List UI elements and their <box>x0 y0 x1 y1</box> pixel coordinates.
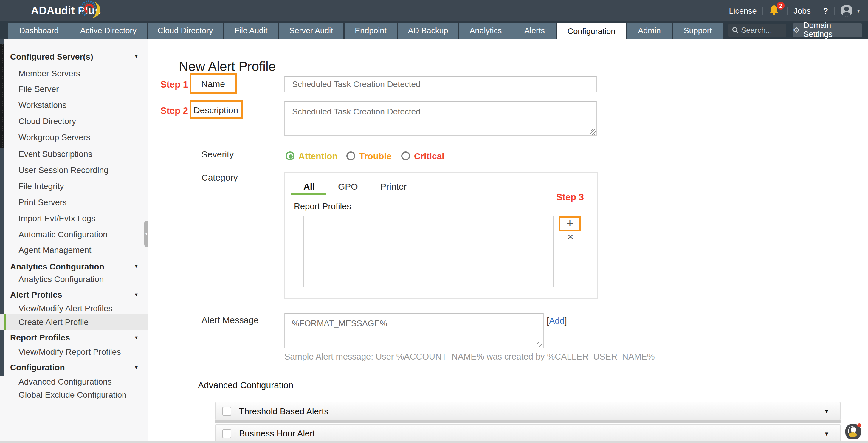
bracket: ] <box>564 316 567 325</box>
sidebar-item-cloud-directory[interactable]: Cloud Directory <box>0 113 148 129</box>
divider <box>763 6 764 15</box>
sidebar-item-label: Event Subscriptions <box>0 149 92 158</box>
description-textarea[interactable]: Scheduled Task Creation Detected <box>284 101 597 136</box>
license-link[interactable]: License <box>729 6 757 15</box>
live-chat-button[interactable] <box>845 423 861 439</box>
checkbox[interactable] <box>222 429 231 438</box>
sidebar-item-user-session-recording[interactable]: User Session Recording <box>0 162 148 178</box>
sidebar-item-view-modify-report-profiles[interactable]: View/Modify Report Profiles <box>0 344 148 360</box>
chevron-down-icon: ▼ <box>134 263 138 269</box>
sidebar-item-label: Cloud Directory <box>0 116 76 126</box>
sidebar-item-label: File Integrity <box>0 181 64 190</box>
sidebar-item-create-alert-profile[interactable]: Create Alert Profile <box>0 314 148 330</box>
sidebar-item-label: Import Evt/Evtx Logs <box>0 213 95 223</box>
severity-option-label[interactable]: Attention <box>299 151 338 161</box>
sidebar-item-label: Global Exclude Configuration <box>0 390 127 400</box>
chat-person-body <box>849 432 857 437</box>
sidebar-item-automatic-configuration[interactable]: Automatic Configuration <box>0 226 148 242</box>
sidebar-item-member-servers[interactable]: Member Servers <box>0 65 148 81</box>
sidebar-item-label: Print Servers <box>0 197 67 207</box>
nav-tab-admin[interactable]: Admin <box>626 23 672 38</box>
expand-chevron-icon[interactable]: ▼ <box>824 408 830 414</box>
checkbox[interactable] <box>222 407 231 416</box>
sidebar-item-configured-server-s-[interactable]: Configured Server(s)▼ <box>0 48 148 64</box>
name-input[interactable] <box>284 76 597 92</box>
title-divider <box>160 64 864 64</box>
category-tab-printer[interactable]: Printer <box>380 181 407 191</box>
alert-message-textarea[interactable]: %FORMAT_MESSAGE% <box>284 313 544 348</box>
app-logo[interactable]: ADAudit Plus <box>31 0 101 22</box>
sidebar-item-workgroup-servers[interactable]: Workgroup Servers <box>0 129 148 145</box>
jobs-link[interactable]: Jobs <box>794 6 811 15</box>
sidebar-item-agent-management[interactable]: Agent Management <box>0 242 148 258</box>
nav-tab-file-audit[interactable]: File Audit <box>224 23 278 38</box>
search-box[interactable]: Search... <box>728 24 786 37</box>
sidebar-item-label: File Server <box>0 84 59 94</box>
sidebar-item-label: Configured Server(s) <box>0 52 93 61</box>
advanced-configuration-heading: Advanced Configuration <box>198 380 293 390</box>
nav-tab-alerts[interactable]: Alerts <box>513 23 556 38</box>
category-tab-gpo[interactable]: GPO <box>338 181 358 191</box>
remove-report-profile-button[interactable]: ✕ <box>563 232 578 241</box>
step1-annotation: Step 1 <box>160 79 188 90</box>
expand-chevron-icon[interactable]: ▼ <box>824 430 830 437</box>
sidebar-item-workstations[interactable]: Workstations <box>0 97 148 113</box>
add-report-profile-button[interactable]: + <box>559 216 581 231</box>
report-profiles-listbox[interactable] <box>303 216 554 287</box>
gear-icon: ⚙ <box>793 26 800 34</box>
nav-tab-cloud-directory[interactable]: Cloud Directory <box>148 23 223 38</box>
sidebar-item-label: Agent Management <box>0 245 91 255</box>
radio-icon[interactable] <box>401 151 410 160</box>
sidebar-item-label: Workgroup Servers <box>0 132 90 142</box>
severity-radio-trouble[interactable]: Trouble <box>346 151 392 161</box>
horizontal-scrollbar[interactable] <box>0 440 868 443</box>
severity-radio-attention[interactable]: Attention <box>285 151 338 161</box>
nav-tab-support[interactable]: Support <box>673 23 723 38</box>
nav-tab-ad-backup[interactable]: AD Backup <box>398 23 458 38</box>
sidebar-item-print-servers[interactable]: Print Servers <box>0 194 148 210</box>
resize-handle-icon[interactable] <box>590 129 595 134</box>
sidebar-item-import-evt-evtx-logs[interactable]: Import Evt/Evtx Logs <box>0 210 148 226</box>
description-label: Description <box>193 105 238 115</box>
chevron-down-icon: ▼ <box>134 335 138 340</box>
add-message-link[interactable]: [Add] <box>547 316 567 325</box>
domain-settings-button[interactable]: ⚙ Domain Settings <box>793 23 862 37</box>
active-tab-underline <box>291 193 326 195</box>
chat-notification-dot <box>857 423 861 427</box>
sidebar-item-file-server[interactable]: File Server <box>0 81 148 97</box>
sidebar-item-analytics-configuration[interactable]: Analytics Configuration <box>0 271 148 287</box>
nav-tab-dashboard[interactable]: Dashboard <box>8 23 69 38</box>
sidebar-item-configuration[interactable]: Configuration▼ <box>0 359 148 375</box>
sidebar-collapse-handle[interactable]: ◄ <box>144 221 148 247</box>
nav-tab-active-directory[interactable]: Active Directory <box>70 23 146 38</box>
sidebar-item-file-integrity[interactable]: File Integrity <box>0 178 148 194</box>
severity-radio-critical[interactable]: Critical <box>401 151 444 161</box>
bracket: [ <box>547 316 549 325</box>
sample-alert-message: Sample Alert message: User %ACCOUNT_NAME… <box>284 352 655 361</box>
chevron-down-icon: ▼ <box>134 365 138 370</box>
nav-tab-analytics[interactable]: Analytics <box>459 23 513 38</box>
advanced-row-threshold-based-alerts[interactable]: Threshold Based Alerts▼ <box>215 402 840 420</box>
divider <box>817 6 817 15</box>
nav-tab-server-audit[interactable]: Server Audit <box>279 23 343 38</box>
sidebar-item-label: Report Profiles <box>0 333 70 342</box>
notifications-bell-icon[interactable]: 2 <box>769 5 781 17</box>
resize-handle-icon[interactable] <box>537 341 542 347</box>
user-menu-caret-icon[interactable]: ▼ <box>856 8 861 13</box>
severity-option-label[interactable]: Trouble <box>359 151 392 161</box>
category-tab-all[interactable]: All <box>304 181 315 191</box>
category-panel: AllGPOPrinter Report Profiles Step 3 + ✕ <box>284 172 598 299</box>
nav-tab-endpoint[interactable]: Endpoint <box>344 23 397 38</box>
sidebar-item-report-profiles[interactable]: Report Profiles▼ <box>0 329 148 346</box>
sidebar-item-event-subscriptions[interactable]: Event Subscriptions <box>0 146 148 162</box>
chevron-down-icon: ▼ <box>134 54 138 59</box>
radio-icon[interactable] <box>285 151 294 160</box>
nav-tab-configuration[interactable]: Configuration <box>557 23 626 40</box>
radio-icon[interactable] <box>346 151 355 160</box>
name-label-highlight: Name <box>189 73 237 94</box>
sidebar-item-global-exclude-configuration[interactable]: Global Exclude Configuration <box>0 387 148 403</box>
user-avatar[interactable] <box>841 5 852 17</box>
severity-option-label[interactable]: Critical <box>414 151 444 161</box>
help-link[interactable]: ? <box>823 6 828 15</box>
chevron-down-icon: ▼ <box>134 292 138 297</box>
